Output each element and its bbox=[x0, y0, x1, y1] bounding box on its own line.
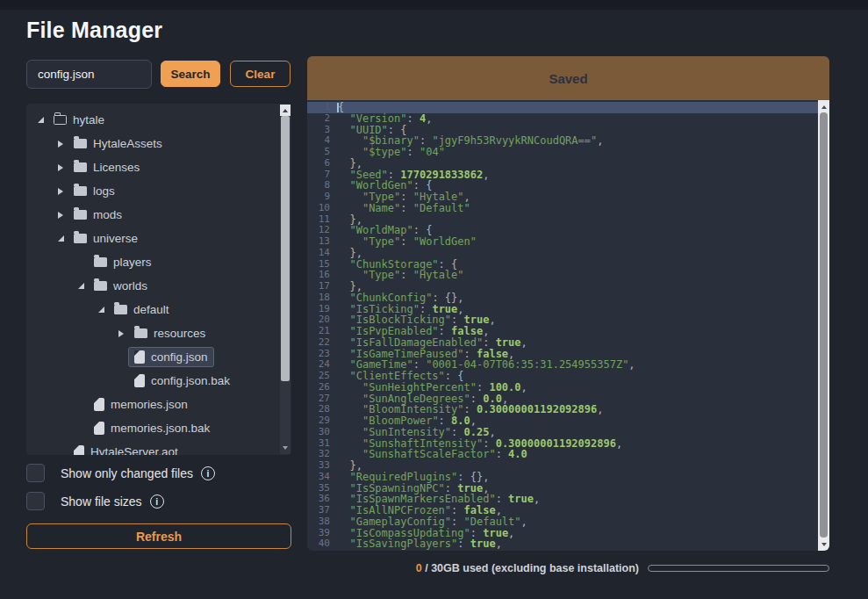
code-line[interactable]: 32 "SunshaftScaleFactor": 4.0 bbox=[307, 449, 818, 460]
scroll-up-icon[interactable] bbox=[280, 105, 291, 116]
storage-usage-text: 0 / 30GB used (excluding base installati… bbox=[416, 562, 639, 574]
line-number: 38 bbox=[307, 516, 337, 528]
code-text[interactable]: "IsSavingPlayers": true, bbox=[337, 538, 502, 550]
line-number: 30 bbox=[307, 427, 337, 438]
chevron-expanded-icon[interactable] bbox=[33, 113, 47, 127]
scrollbar-thumb[interactable] bbox=[820, 112, 828, 538]
tree-row[interactable]: players bbox=[26, 250, 280, 274]
line-number: 40 bbox=[307, 538, 337, 550]
scrollbar-thumb[interactable] bbox=[281, 116, 290, 381]
tree-row[interactable]: config.json bbox=[26, 345, 280, 369]
tree-item-label: HytaleServer.aot bbox=[90, 445, 178, 455]
tree-row[interactable]: Licenses bbox=[26, 155, 280, 179]
tree-item[interactable]: hytale bbox=[47, 110, 111, 130]
code-line[interactable]: 10 "Name": "Default" bbox=[307, 203, 818, 214]
refresh-button[interactable]: Refresh bbox=[26, 523, 291, 549]
show-only-changed-files-label: Show only changed files bbox=[61, 466, 193, 480]
file-manager-app: File Manager Search Clear hytaleHytaleAs… bbox=[0, 0, 868, 599]
line-number: 17 bbox=[307, 281, 337, 292]
scroll-down-icon[interactable] bbox=[280, 443, 291, 453]
tree-item-label: default bbox=[133, 303, 169, 316]
search-button[interactable]: Search bbox=[161, 61, 220, 87]
chevron-expanded-icon[interactable] bbox=[54, 232, 68, 246]
folder-icon bbox=[134, 328, 147, 338]
line-number: 18 bbox=[307, 292, 337, 304]
line-number: 22 bbox=[307, 337, 337, 349]
show-only-changed-files-checkbox[interactable] bbox=[26, 464, 45, 482]
arrow-spacer bbox=[74, 422, 88, 436]
tree-item[interactable]: memories.json bbox=[88, 394, 194, 415]
chevron-right-icon[interactable] bbox=[54, 184, 68, 198]
info-icon[interactable]: i bbox=[150, 494, 164, 509]
tree-item[interactable]: memories.json.bak bbox=[88, 418, 216, 438]
tree-item[interactable]: logs bbox=[68, 181, 121, 201]
folder-icon bbox=[74, 139, 87, 148]
tree-row[interactable]: resources bbox=[26, 321, 280, 345]
tree-item[interactable]: universe bbox=[68, 228, 144, 249]
top-strip bbox=[0, 0, 868, 10]
chevron-right-icon[interactable] bbox=[114, 327, 128, 341]
chevron-expanded-icon[interactable] bbox=[74, 279, 88, 293]
folder-icon bbox=[94, 281, 107, 291]
chevron-expanded-icon[interactable] bbox=[94, 303, 108, 317]
tree-row[interactable]: logs bbox=[26, 179, 280, 203]
show-file-sizes-checkbox[interactable] bbox=[26, 492, 45, 510]
line-number: 8 bbox=[307, 180, 337, 191]
folder-icon bbox=[94, 257, 107, 267]
arrow-spacer bbox=[114, 350, 128, 364]
tree-item-label: universe bbox=[93, 232, 138, 245]
arrow-spacer bbox=[114, 374, 128, 388]
folder-icon bbox=[74, 186, 87, 196]
tree-row[interactable]: hytale bbox=[26, 108, 280, 132]
tree-item[interactable]: default bbox=[108, 300, 176, 320]
chevron-right-icon[interactable] bbox=[54, 208, 68, 222]
scroll-up-icon[interactable] bbox=[818, 102, 829, 112]
tree-item[interactable]: Licenses bbox=[68, 157, 146, 177]
tree-item[interactable]: mods bbox=[68, 205, 128, 225]
tree-row[interactable]: mods bbox=[26, 203, 280, 227]
line-number: 25 bbox=[307, 371, 337, 382]
tree-row[interactable]: default bbox=[26, 298, 280, 321]
tree-row[interactable]: config.json.bak bbox=[26, 369, 280, 393]
tree-item-label: players bbox=[113, 256, 152, 269]
line-number: 26 bbox=[307, 382, 337, 393]
editor-scrollbar[interactable] bbox=[818, 100, 829, 551]
line-number: 6 bbox=[307, 158, 337, 170]
tree-row[interactable]: memories.json.bak bbox=[26, 416, 280, 440]
tree-item[interactable]: worlds bbox=[88, 276, 154, 296]
clear-button[interactable]: Clear bbox=[230, 61, 291, 87]
code-editor[interactable]: 1{2 "Version": 4,3 "UUID": {4 "$binary":… bbox=[307, 100, 829, 551]
tree-row[interactable]: HytaleAssets bbox=[26, 132, 280, 155]
chevron-right-icon[interactable] bbox=[54, 137, 68, 151]
tree-item[interactable]: resources bbox=[128, 323, 212, 343]
code-text[interactable]: "SunshaftScaleFactor": 4.0 bbox=[337, 449, 527, 460]
tree-item-label: memories.json.bak bbox=[111, 422, 210, 435]
tree-scrollbar[interactable] bbox=[280, 105, 291, 454]
tree-row[interactable]: worlds bbox=[26, 274, 280, 298]
folder-open-icon bbox=[54, 115, 67, 125]
tree-item[interactable]: HytaleAssets bbox=[68, 134, 169, 154]
code-line[interactable]: 5 "$type": "04" bbox=[307, 147, 818, 158]
file-icon bbox=[94, 398, 104, 411]
info-icon[interactable]: i bbox=[201, 466, 215, 480]
line-number: 29 bbox=[307, 415, 337, 427]
tree-item[interactable]: players bbox=[88, 252, 158, 272]
line-number: 33 bbox=[307, 460, 337, 472]
chevron-right-icon[interactable] bbox=[54, 161, 68, 175]
code-lines[interactable]: 1{2 "Version": 4,3 "UUID": {4 "$binary":… bbox=[307, 102, 818, 550]
tree-row[interactable]: universe bbox=[26, 227, 280, 250]
storage-total-text: / 30GB used (excluding base installation… bbox=[422, 562, 639, 574]
scroll-down-icon[interactable] bbox=[818, 539, 829, 549]
tree-row[interactable]: HytaleServer.aot bbox=[26, 440, 280, 455]
line-number: 10 bbox=[307, 203, 337, 214]
tree-item-selected[interactable]: config.json bbox=[128, 347, 214, 367]
code-line[interactable]: 40 "IsSavingPlayers": true, bbox=[307, 538, 818, 550]
line-number: 14 bbox=[307, 248, 337, 259]
code-line[interactable]: 13 "Type": "WorldGen" bbox=[307, 236, 818, 248]
tree-row[interactable]: memories.json bbox=[26, 393, 280, 416]
code-line[interactable]: 16 "Type": "Hytale" bbox=[307, 270, 818, 281]
search-input[interactable] bbox=[26, 60, 152, 89]
tree-item[interactable]: HytaleServer.aot bbox=[68, 442, 184, 455]
code-text[interactable]: { bbox=[337, 102, 344, 113]
tree-item[interactable]: config.json.bak bbox=[128, 371, 236, 391]
